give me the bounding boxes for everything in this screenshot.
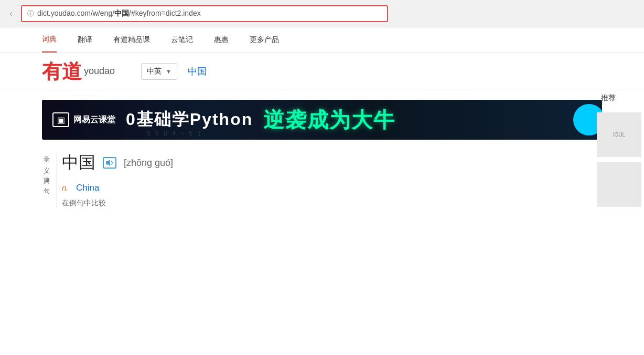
right-sidebar-ad-1[interactable]: IOUL bbox=[597, 112, 641, 157]
word-header: 中国 [zhōng guó] bbox=[62, 151, 602, 174]
left-sidebar: 录 义 词典 句 bbox=[42, 151, 57, 208]
nav-item-more[interactable]: 更多产品 bbox=[250, 28, 279, 52]
url-bold: 中国 bbox=[114, 9, 129, 17]
back-button[interactable]: ‹ bbox=[5, 8, 17, 19]
url-text: dict.youdao.com/w/eng/中国/#keyfrom=dict2.… bbox=[37, 9, 201, 18]
right-sidebar: 推荐 IOUL bbox=[597, 89, 644, 207]
example-link[interactable]: 在例句中比较 bbox=[62, 199, 602, 208]
svg-marker-1 bbox=[108, 160, 110, 166]
main-content: 中国 [zhōng guó] n. China 在例句中比较 bbox=[62, 151, 602, 208]
address-bar[interactable]: ⓘ dict.youdao.com/w/eng/中国/#keyfrom=dict… bbox=[21, 5, 388, 22]
nav-bar: 词典 翻译 有道精品课 云笔记 惠惠 更多产品 bbox=[0, 27, 644, 53]
url-plain: dict.youdao.com/w/eng/ bbox=[37, 9, 114, 17]
nav-item-cidian[interactable]: 词典 bbox=[42, 27, 57, 53]
right-sidebar-ad-2[interactable] bbox=[597, 162, 641, 207]
search-query: 中国 bbox=[188, 65, 207, 78]
chevron-down-icon: ▼ bbox=[166, 68, 171, 75]
logo-latin: youdao bbox=[84, 66, 115, 77]
banner[interactable]: ▣ 网易云课堂 0基础学Python 逆袭成为大牛 5 6 0 4 ~ 5 1 bbox=[42, 100, 602, 140]
part-of-speech: n. bbox=[62, 183, 69, 192]
security-icon: ⓘ bbox=[27, 9, 34, 18]
logo-area: 有道 youdao bbox=[42, 61, 115, 81]
address-bar-wrapper: ⓘ dict.youdao.com/w/eng/中国/#keyfrom=dict… bbox=[21, 5, 388, 22]
word-chinese: 中国 bbox=[62, 151, 95, 174]
nav-item-huihui[interactable]: 惠惠 bbox=[214, 28, 229, 52]
search-mode-label: 中英 bbox=[147, 67, 162, 76]
nav-item-jingpin[interactable]: 有道精品课 bbox=[113, 28, 150, 52]
ad-text-1: IOUL bbox=[613, 132, 625, 138]
definition-text: China bbox=[76, 183, 99, 193]
logo-chinese: 有道 bbox=[42, 61, 82, 81]
browser-chrome: ‹ ⓘ dict.youdao.com/w/eng/中国/#keyfrom=di… bbox=[0, 0, 644, 27]
right-sidebar-title: 推荐 bbox=[597, 89, 644, 107]
svg-rect-0 bbox=[106, 161, 108, 164]
nav-item-biji[interactable]: 云笔记 bbox=[171, 28, 193, 52]
nav-item-fanyi[interactable]: 翻译 bbox=[78, 28, 92, 52]
banner-subtitle: 0基础学Python bbox=[126, 108, 253, 131]
search-mode-dropdown[interactable]: 中英 ▼ bbox=[141, 63, 177, 80]
word-definition: n. China bbox=[62, 183, 602, 193]
banner-decorative: 5 6 0 4 ~ 5 1 bbox=[147, 130, 202, 137]
logo-search-row: 有道 youdao 中英 ▼ 中国 bbox=[0, 53, 644, 90]
word-pinyin: [zhōng guó] bbox=[124, 158, 173, 169]
banner-highlight: 逆袭成为大牛 bbox=[263, 106, 395, 134]
banner-logo-icon: ▣ bbox=[52, 112, 69, 127]
banner-logo: ▣ 网易云课堂 bbox=[52, 112, 115, 127]
banner-logo-text: 网易云课堂 bbox=[73, 114, 115, 126]
url-suffix: /#keyfrom=dict2.index bbox=[129, 9, 201, 17]
speaker-icon[interactable] bbox=[103, 157, 116, 169]
